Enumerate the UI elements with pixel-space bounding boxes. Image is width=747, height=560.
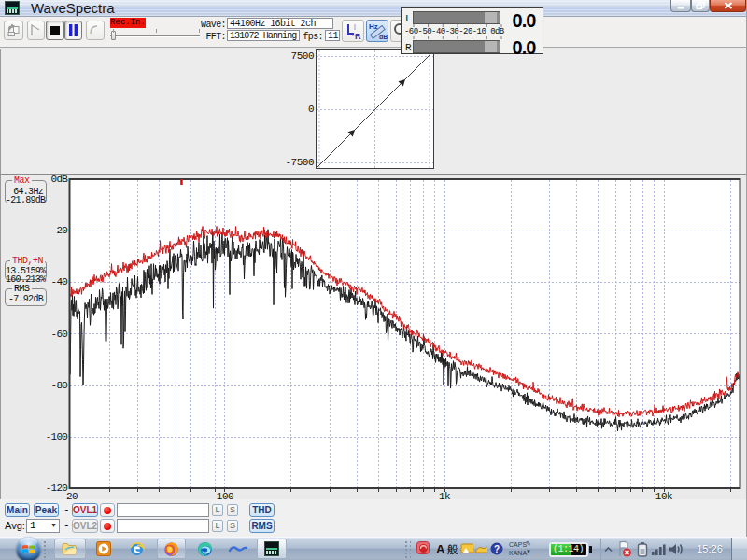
svg-text:R: R [355, 32, 361, 41]
svg-text:?: ? [494, 544, 500, 554]
svg-text:dB: dB [379, 34, 388, 40]
